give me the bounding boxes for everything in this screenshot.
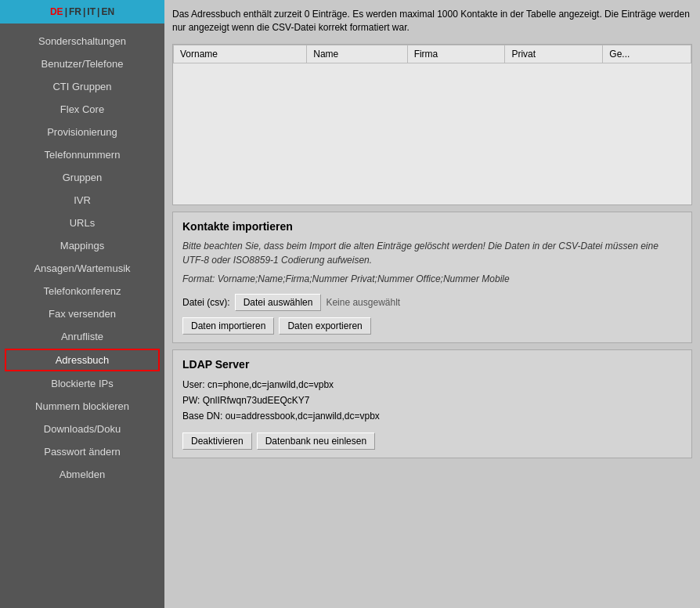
choose-file-button[interactable]: Datei auswählen	[235, 294, 322, 311]
address-table-section: Vorname Name Firma Privat Ge...	[172, 44, 692, 205]
sidebar-item-sonderschaltungen[interactable]: Sonderschaltungen	[0, 30, 164, 52]
sidebar-header: DE | FR | IT | EN	[0, 0, 164, 24]
lang-de[interactable]: DE	[50, 6, 63, 17]
sidebar: DE | FR | IT | EN SonderschaltungenBenut…	[0, 0, 164, 608]
sidebar-item-flex-core[interactable]: Flex Core	[0, 98, 164, 121]
sidebar-item-telefonnummern[interactable]: Telefonnummern	[0, 143, 164, 166]
ldap-basedn: Base DN: ou=addressbook,dc=janwild,dc=vp…	[182, 408, 682, 424]
lang-en[interactable]: EN	[101, 6, 114, 17]
sidebar-item-urls[interactable]: URLs	[0, 212, 164, 234]
export-button[interactable]: Daten exportieren	[279, 317, 370, 335]
sidebar-item-adressbuch[interactable]: Adressbuch	[5, 349, 160, 371]
language-selector: DE | FR | IT | EN	[50, 6, 114, 17]
import-button[interactable]: Daten importieren	[182, 317, 274, 335]
sidebar-item-anrufliste[interactable]: Anrufliste	[0, 325, 164, 348]
sidebar-item-telefonkonferenz[interactable]: Telefonkonferenz	[0, 280, 164, 302]
lang-sep-3: |	[97, 6, 99, 17]
import-warning: Bitte beachten Sie, dass beim Import die…	[182, 239, 682, 267]
col-vorname: Vorname	[174, 45, 307, 63]
sidebar-item-provisionierung[interactable]: Provisionierung	[0, 121, 164, 143]
sidebar-item-nummern-blockieren[interactable]: Nummern blockieren	[0, 395, 164, 418]
col-name: Name	[307, 45, 407, 63]
col-firma: Firma	[407, 45, 505, 63]
ldap-info: User: cn=phone,dc=janwild,dc=vpbx PW: Qn…	[182, 377, 682, 425]
sidebar-item-gruppen[interactable]: Gruppen	[0, 166, 164, 189]
ldap-section: LDAP Server User: cn=phone,dc=janwild,dc…	[172, 349, 692, 458]
lang-sep-1: |	[65, 6, 67, 17]
file-row: Datei (csv): Datei auswählen Keine ausge…	[182, 294, 682, 311]
main-content: Das Adressbuch enthält zurzeit 0 Einträg…	[164, 0, 700, 608]
import-format: Format: Vorname;Name;Firma;Nummer Privat…	[182, 272, 682, 286]
lang-fr[interactable]: FR	[69, 6, 81, 17]
col-privat: Privat	[505, 45, 603, 63]
sidebar-item-downloads-doku[interactable]: Downloads/Doku	[0, 418, 164, 440]
sidebar-item-ansagen-wartemusik[interactable]: Ansagen/Wartemusik	[0, 257, 164, 280]
lang-it[interactable]: IT	[87, 6, 96, 17]
sidebar-item-fax-versenden[interactable]: Fax versenden	[0, 302, 164, 325]
no-file-text: Keine ausgewählt	[326, 297, 400, 308]
sidebar-item-blockierte-ips[interactable]: Blockierte IPs	[0, 372, 164, 395]
file-label: Datei (csv):	[182, 297, 230, 308]
import-section: Kontakte importieren Bitte beachten Sie,…	[172, 212, 692, 343]
sidebar-item-abmelden[interactable]: Abmelden	[0, 463, 164, 486]
ldap-user: User: cn=phone,dc=janwild,dc=vpbx	[182, 377, 682, 393]
import-title: Kontakte importieren	[182, 220, 682, 233]
sidebar-item-passwort--ndern[interactable]: Passwort ändern	[0, 440, 164, 463]
deactivate-button[interactable]: Deaktivieren	[182, 432, 252, 450]
import-btn-row: Daten importieren Daten exportieren	[182, 317, 682, 335]
lang-sep-2: |	[83, 6, 85, 17]
col-extra: Ge...	[603, 45, 691, 63]
ldap-title: LDAP Server	[182, 358, 682, 371]
sidebar-item-cti-gruppen[interactable]: CTI Gruppen	[0, 75, 164, 98]
sidebar-item-benutzer-telefone[interactable]: Benutzer/Telefone	[0, 52, 164, 75]
reload-db-button[interactable]: Datenbank neu einlesen	[257, 432, 375, 450]
info-text: Das Adressbuch enthält zurzeit 0 Einträg…	[172, 8, 692, 34]
ldap-pw: PW: QnlIRfwqn73udEEQcKY7	[182, 393, 682, 408]
sidebar-nav: SonderschaltungenBenutzer/TelefoneCTI Gr…	[0, 24, 164, 486]
sidebar-item-ivr[interactable]: IVR	[0, 189, 164, 212]
sidebar-item-mappings[interactable]: Mappings	[0, 234, 164, 257]
ldap-btn-row: Deaktivieren Datenbank neu einlesen	[182, 432, 682, 450]
address-table: Vorname Name Firma Privat Ge...	[173, 45, 691, 63]
table-body-area	[173, 63, 691, 204]
